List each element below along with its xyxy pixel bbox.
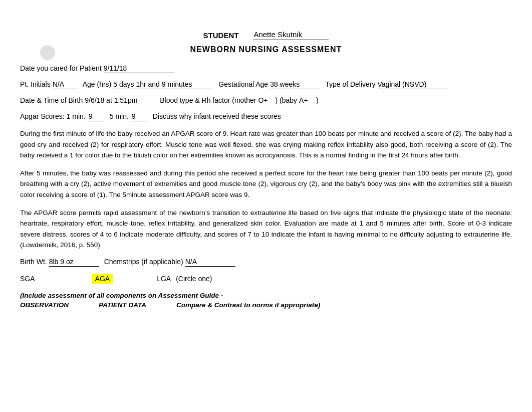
date-cared-line: Date you cared for Patient 9/11/18 — [20, 64, 512, 73]
lga-label: LGA — [157, 275, 171, 283]
apgar-1min-value: 9 — [89, 112, 104, 121]
age-hrs-label: Age (hrs) — [83, 80, 112, 88]
blood-type-mother-value: O+ — [258, 96, 273, 105]
patient-data-label: PATIENT DATA — [99, 301, 146, 309]
delivery-type-value: Vaginal (NSVD) — [378, 80, 448, 89]
birth-wt-line: Birth Wt. 8lb 9 oz Chemstrips (if applic… — [20, 258, 512, 267]
observation-label: OBSERVATION — [20, 301, 69, 309]
dob-label: Date & Time of Birth — [20, 96, 83, 104]
assessment-guide-line2: OBSERVATION PATIENT DATA Compare & Contr… — [20, 301, 512, 309]
apgar-label: Apgar Scores: 1 min. — [20, 112, 86, 120]
student-label: STUDENT — [203, 31, 239, 40]
apgar-discuss-label: Discuss why infant received these scores — [153, 112, 281, 120]
delivery-type-label: Type of Delivery — [325, 80, 375, 88]
blood-type-baby-label: ) (baby — [275, 96, 297, 104]
dob-value: 9/6/18 at 1:51pm — [85, 96, 155, 105]
student-name: Anette Skutnik — [253, 30, 329, 40]
blood-type-label: Blood type & Rh factor (mother — [160, 96, 256, 104]
compare-label: Compare & Contrast to norms if appropria… — [176, 301, 320, 309]
blood-type-close: ) — [316, 96, 319, 104]
birth-wt-value: 8lb 9 oz — [49, 258, 99, 267]
paragraph-2: After 5 minutes, the baby was reassessed… — [20, 168, 512, 200]
apgar-5min-label: 5 min. — [110, 112, 129, 120]
chemstrips-value: N/A — [185, 258, 235, 267]
assessment-guide-line1: (Include assessment of all components on… — [20, 292, 512, 299]
birth-wt-label: Birth Wt. — [20, 258, 47, 266]
assessment-guide: (Include assessment of all components on… — [20, 292, 512, 309]
page-container: STUDENT Anette Skutnik NEWBORN NURSING A… — [0, 0, 532, 412]
assessment-guide-text-1: (Include assessment of all components on… — [20, 292, 223, 299]
gestational-age-value: 38 weeks — [270, 80, 320, 89]
dob-line: Date & Time of Birth 9/6/18 at 1:51pm Bl… — [20, 96, 512, 105]
aga-spacer — [115, 275, 155, 283]
page-icon — [40, 45, 55, 60]
sga-line: SGA AGA LGA (Circle one) — [20, 274, 512, 284]
date-cared-label: Date you cared for Patient — [20, 64, 102, 72]
age-hrs-value: 5 days 1hr and 9 minutes — [113, 80, 213, 89]
sga-label: SGA — [20, 275, 35, 283]
aga-value: AGA — [92, 274, 113, 284]
blood-type-baby-value: A+ — [299, 96, 314, 105]
pt-initials-value: N/A — [53, 80, 78, 89]
paragraph-3: The APGAR score permits rapid assessment… — [20, 208, 512, 251]
main-title: NEWBORN NURSING ASSESSMENT — [20, 45, 512, 54]
apgar-5min-value: 9 — [132, 112, 147, 121]
date-cared-value: 9/11/18 — [104, 64, 174, 73]
paragraph-1: During the first minute of life the baby… — [20, 128, 512, 161]
gestational-age-label: Gestational Age — [218, 80, 268, 88]
sga-spacer — [40, 275, 90, 283]
pt-initials-label: Pt. Initials — [20, 80, 51, 88]
header-row: STUDENT Anette Skutnik — [20, 10, 512, 40]
initials-line: Pt. Initials N/A Age (hrs) 5 days 1hr an… — [20, 80, 512, 89]
circle-one: (Circle one) — [176, 275, 212, 283]
chemstrips-label: Chemstrips (if applicable) — [104, 258, 183, 266]
apgar-line: Apgar Scores: 1 min. 9 5 min. 9 Discuss … — [20, 112, 512, 121]
